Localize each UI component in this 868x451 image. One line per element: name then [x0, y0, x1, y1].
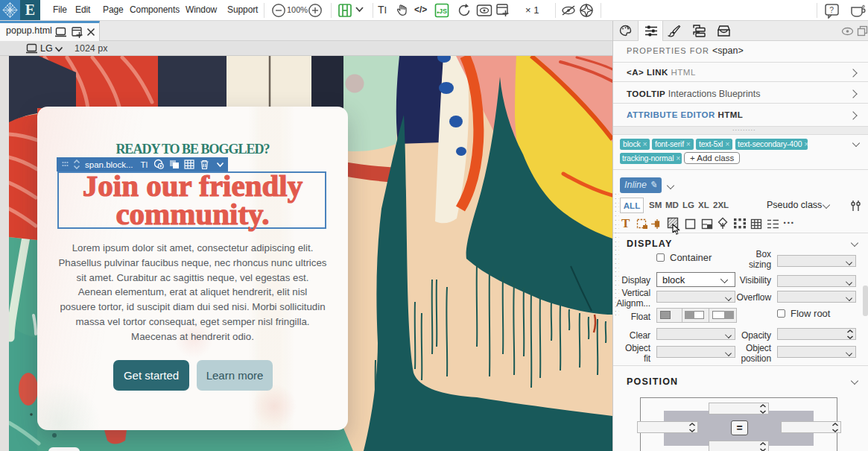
svg-text:?: ?: [829, 5, 834, 14]
svg-text:JS: JS: [439, 7, 447, 15]
